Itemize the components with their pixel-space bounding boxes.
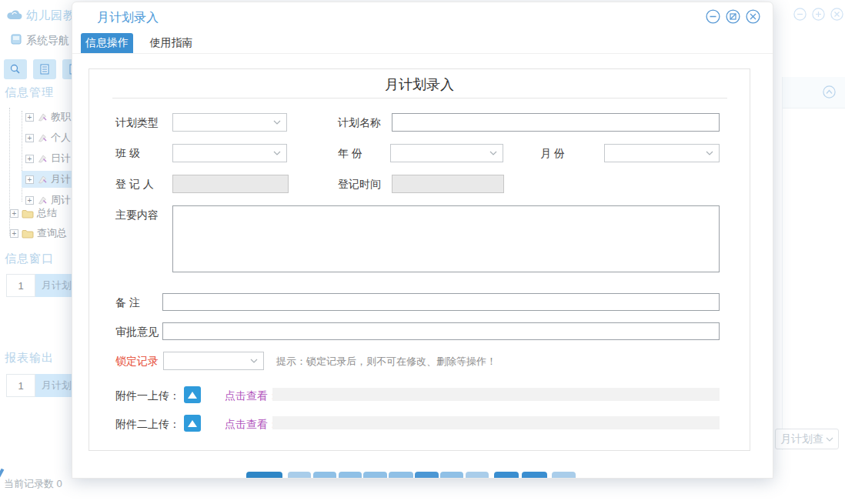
section-info-management: 信息管理 <box>5 85 54 100</box>
chevron-down-icon <box>273 120 281 125</box>
tree-item-plan-3[interactable]: + 日计 <box>25 150 71 167</box>
restore-icon[interactable] <box>726 9 740 24</box>
registrant-label: 登 记 人 <box>115 178 154 192</box>
bottom-action-button[interactable] <box>552 472 576 479</box>
tree-folder-query-summary[interactable]: + 查询总 <box>10 225 67 242</box>
chevron-down-icon <box>273 151 281 155</box>
attachment1-view-link[interactable]: 点击查看： <box>225 389 279 403</box>
expand-icon[interactable]: + <box>25 113 34 122</box>
bottom-action-button[interactable] <box>466 472 489 479</box>
title-underline <box>112 98 727 98</box>
tree-item-label: 个人 <box>51 131 71 145</box>
plan-type-select[interactable] <box>172 113 287 132</box>
section-report-output: 报表输出 <box>5 351 54 365</box>
bottom-action-button[interactable] <box>246 472 282 479</box>
main-window-controls <box>793 8 843 21</box>
expand-icon[interactable]: + <box>25 196 34 205</box>
bottom-action-button[interactable] <box>415 472 439 479</box>
plan-type-label: 计划类型 <box>115 116 159 130</box>
bottom-action-button[interactable] <box>339 472 362 479</box>
upload-arrow-icon <box>188 392 197 399</box>
expand-icon[interactable]: + <box>25 134 34 142</box>
minimize-icon[interactable] <box>706 9 720 24</box>
approval-label: 审批意见 <box>115 325 159 339</box>
info-window-row-number: 1 <box>6 274 35 297</box>
main-content-label: 主要内容 <box>115 209 159 222</box>
bottom-action-button[interactable] <box>288 472 311 479</box>
report-row-number: 1 <box>6 374 35 397</box>
attachment2-upload-button[interactable] <box>184 415 201 432</box>
app-logo-icon <box>5 8 24 22</box>
nav-icon <box>11 34 22 45</box>
tab-user-guide[interactable]: 使用指南 <box>147 33 195 53</box>
lock-record-hint: 提示：锁定记录后，则不可在修改、删除等操作！ <box>276 355 496 369</box>
attachment2-label: 附件二上传： <box>115 418 180 432</box>
bottom-action-button[interactable] <box>494 472 519 479</box>
document-table-icon <box>38 63 51 75</box>
plan-query-select-value: 月计划查 <box>780 432 823 446</box>
tree-item-label: 日计 <box>51 152 71 165</box>
year-select[interactable] <box>390 144 503 162</box>
plan-pencil-icon <box>37 195 48 205</box>
class-select[interactable] <box>172 144 287 162</box>
approval-input[interactable] <box>162 322 720 340</box>
close-icon[interactable] <box>746 9 760 24</box>
chevron-down-icon <box>706 151 713 155</box>
remark-input[interactable] <box>162 293 720 311</box>
attachment1-label: 附件一上传： <box>115 389 180 403</box>
search-tool-button[interactable] <box>4 59 27 79</box>
plan-query-select[interactable]: 月计划查 <box>775 429 839 449</box>
expand-icon[interactable]: + <box>10 209 18 218</box>
monthly-plan-entry-dialog: 月计划录入 信息操作 使用指南 月计划录入 计划类型 <box>72 2 773 479</box>
chevron-down-icon <box>826 437 833 442</box>
upload-arrow-icon <box>188 420 197 427</box>
tree-item-monthly-plan-selected[interactable]: + 月计 <box>25 171 71 188</box>
plan-pencil-icon <box>37 112 48 122</box>
bottom-action-button[interactable] <box>363 472 387 479</box>
folder-icon <box>22 229 34 239</box>
close-icon[interactable] <box>830 8 843 21</box>
remark-label: 备 注 <box>115 296 140 310</box>
dialog-window-controls <box>706 9 760 24</box>
expand-icon[interactable]: + <box>10 229 18 238</box>
app-window: 幼儿园教 系统导航 信息管理 + 教职 <box>0 0 845 504</box>
lock-record-select[interactable] <box>163 352 264 370</box>
plan-name-label: 计划名称 <box>338 116 381 130</box>
right-panel-divider <box>782 77 783 450</box>
chevron-down-icon <box>250 359 258 363</box>
registrant-input <box>172 175 289 193</box>
report-tool-button[interactable] <box>33 59 56 79</box>
search-icon <box>9 63 22 75</box>
main-content-textarea[interactable] <box>172 205 720 272</box>
bottom-action-button[interactable] <box>522 472 547 479</box>
reg-time-label: 登记时间 <box>338 178 381 192</box>
tree-item-plan-1[interactable]: + 教职 <box>25 108 71 125</box>
lock-record-label: 锁定记录 <box>115 355 159 369</box>
minimize-icon[interactable] <box>793 8 807 21</box>
attachment1-upload-button[interactable] <box>184 386 201 403</box>
bottom-action-button[interactable] <box>440 472 463 479</box>
collapse-panel-icon[interactable] <box>823 85 836 98</box>
tree-item-label: 查询总 <box>37 226 67 240</box>
attachment2-view-link[interactable]: 点击查看： <box>225 418 279 432</box>
reg-time-input <box>392 175 504 193</box>
expand-icon[interactable]: + <box>25 175 34 184</box>
tab-info-operation[interactable]: 信息操作 <box>81 33 133 53</box>
tree-item-plan-2[interactable]: + 个人 <box>25 129 71 146</box>
tree-item-label: 教职 <box>51 110 71 124</box>
tree-connector-line <box>22 111 22 202</box>
nav-menu-label[interactable]: 系统导航 <box>26 34 69 48</box>
record-count-status: 当前记录数 0 <box>4 477 62 491</box>
plan-pencil-icon <box>37 174 48 185</box>
month-select[interactable] <box>604 144 720 162</box>
expand-icon[interactable]: + <box>25 155 34 163</box>
bottom-action-button[interactable] <box>313 472 336 479</box>
bottom-action-button[interactable] <box>389 472 413 479</box>
chevron-down-icon <box>489 151 497 155</box>
plan-pencil-icon <box>37 132 48 143</box>
maximize-icon[interactable] <box>812 8 825 21</box>
tree-folder-summary[interactable]: + 总结 <box>10 205 57 222</box>
entry-form-panel: 月计划录入 计划类型 计划名称 班 级 年 份 月 份 <box>89 68 750 451</box>
plan-name-input[interactable] <box>392 113 720 132</box>
year-label: 年 份 <box>338 147 362 161</box>
